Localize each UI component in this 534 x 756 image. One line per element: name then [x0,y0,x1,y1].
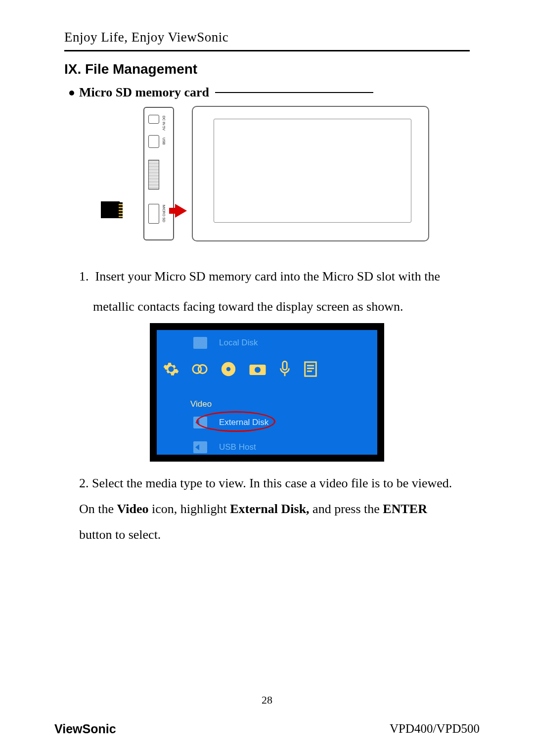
video-icon [191,361,208,378]
svg-point-5 [255,367,261,373]
footer-model: VPD400/VPD500 [390,722,480,736]
subsection-row: Micro SD memory card [69,85,470,100]
step-2-line-a: 2. Select the media type to view. In thi… [79,471,470,496]
settings-icon [163,361,179,378]
step-2-line-c: button to select. [79,522,470,548]
device-side-view: DC IN 5V USB MICRO SD [143,107,174,240]
microsd-label: MICRO SD [162,205,166,222]
s2b-bold-video: Video [117,502,149,516]
subsection-title: Micro SD memory card [79,85,209,100]
photo-icon [249,362,267,376]
dc-in-port-icon [148,115,159,124]
step-1-number: 1. [79,269,89,284]
section-title: IX. File Management [64,61,470,77]
media-icons-row [163,361,318,378]
speaker-grill-icon [148,160,159,189]
step-2-line-b: On the Video icon, highlight External Di… [79,496,470,522]
subsection-rule [215,92,373,93]
svg-rect-6 [283,362,287,370]
video-label: Video [190,399,212,409]
mic-icon [278,361,291,378]
s2b-pre: On the [79,502,117,516]
s2b-mid2: and press the [310,502,383,516]
insert-arrow-icon [175,204,187,218]
step-1-line-a: Insert your Micro SD memory card into th… [95,269,441,284]
bullet-icon [69,91,74,95]
svg-point-3 [226,367,231,372]
external-disk-label: External Disk [219,418,268,427]
device-diagram: DC IN 5V USB MICRO SD [84,105,440,248]
s2b-bold-external: External Disk, [230,502,309,516]
usb-label: USB [162,138,166,144]
step-1-line-b: metallic contacts facing toward the disp… [93,293,470,321]
local-disk-label: Local Disk [219,338,258,348]
step-2-number: 2. [79,476,89,490]
page-header: Enjoy Life, Enjoy ViewSonic [64,30,470,45]
text-icon [303,361,318,378]
header-rule [64,50,470,51]
local-disk-row: Local Disk [193,337,258,349]
dc-in-label: DC IN 5V [162,116,166,131]
page-footer: ViewSonic VPD400/VPD500 [54,722,480,736]
external-disk-icon [193,417,207,428]
disk-icon [193,337,207,349]
external-disk-row: External Disk [193,417,268,428]
microsd-slot-icon [148,204,159,224]
s2b-mid: icon, highlight [149,502,230,516]
usb-host-icon [193,441,207,453]
page-number: 28 [0,694,534,707]
s2b-bold-enter: ENTER [383,502,427,516]
svg-point-1 [198,365,207,374]
step-2-text-a: Select the media type to view. In this c… [92,476,452,490]
usb-port-icon [148,135,159,148]
step-1: 1. Insert your Micro SD memory card into… [79,263,470,290]
microsd-pins-icon [119,202,123,217]
music-icon [220,361,237,378]
screen-outline-icon [214,119,411,223]
ui-screenshot: Local Disk [150,323,384,462]
usb-host-label: USB Host [219,442,256,452]
usb-host-row: USB Host [193,441,256,453]
device-front-view [192,106,429,241]
footer-brand: ViewSonic [54,722,116,736]
